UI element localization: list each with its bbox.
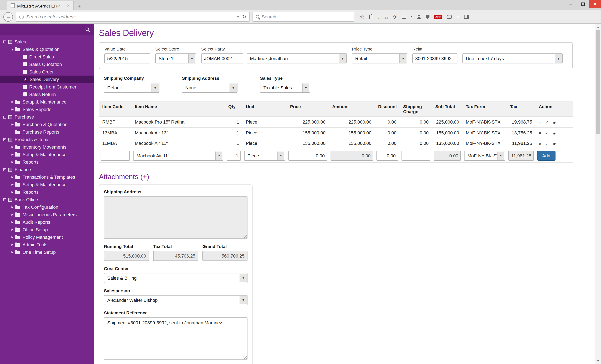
sidebar-item-audit-reports[interactable]: ▶ Audit Reports — [0, 218, 94, 226]
value-date-input[interactable] — [104, 53, 150, 63]
entry-qty-input[interactable] — [227, 151, 241, 161]
scroll-down-icon[interactable]: ▼ — [595, 358, 601, 364]
scrollbar-thumb[interactable] — [596, 30, 600, 134]
sidebar-item-sales-return[interactable]: Sales Return — [0, 91, 94, 98]
entry-item-code-input[interactable] — [100, 151, 130, 161]
tree-expander-icon[interactable] — [3, 40, 6, 43]
expand-arrow-icon[interactable]: ▶ — [10, 183, 15, 186]
expand-arrow-icon[interactable]: ▶ — [10, 243, 15, 246]
chat-icon[interactable] — [447, 15, 452, 19]
sidebar-item-back-office[interactable]: Back Office — [0, 196, 94, 203]
sidebar-item-sales-reports[interactable]: ▶ Sales Reports — [0, 106, 94, 113]
sidebar-item-miscellaneous-parameters[interactable]: ▶ Miscellaneous Parameters — [0, 211, 94, 218]
sales-type-select[interactable]: Taxable Sales ▼ — [260, 83, 310, 93]
sidebar-item-inventory-movements[interactable]: ▶ Inventory Movements — [0, 143, 94, 151]
scroll-up-icon[interactable]: ▲ — [595, 24, 601, 30]
shipping-address-select[interactable]: None ▼ — [182, 83, 238, 93]
menu-icon[interactable]: ≡ — [456, 14, 460, 20]
sidebar-item-receipt-from-customer[interactable]: Receipt from Customer — [0, 83, 94, 91]
tree-expander-icon[interactable] — [3, 115, 6, 118]
sidebar-item-reports-finance[interactable]: ▶ Reports — [0, 188, 94, 196]
remove-row-icon[interactable]: × — [539, 120, 541, 125]
statement-reference-textarea[interactable]: Shipment #3001-20399-3992, sent to Jonat… — [104, 317, 248, 360]
sidebar-item-tax-configuration[interactable]: ▶ Tax Configuration — [0, 203, 94, 211]
sidebar-item-transactions-and-templates[interactable]: ▶ Transactions & Templates — [0, 173, 94, 181]
expand-arrow-icon[interactable]: ▶ — [10, 205, 15, 209]
remove-row-icon[interactable]: × — [539, 142, 541, 146]
sidebar-item-admin-tools[interactable]: ▶ Admin Tools — [0, 241, 94, 248]
cost-center-select[interactable]: Sales & Billing ▼ — [104, 273, 248, 283]
back-button[interactable]: ← — [3, 12, 13, 21]
extension-icon[interactable] — [402, 15, 406, 19]
vertical-scrollbar[interactable]: ▲ ▼ — [595, 24, 601, 364]
sidebar-item-sales[interactable]: Sales — [0, 38, 94, 45]
sidebar-item-purchase[interactable]: Purchase — [0, 113, 94, 121]
check-row-icon[interactable]: ✓ — [545, 131, 549, 135]
address-bar[interactable]: ▼ ↻ — [16, 12, 250, 22]
chevron-down-icon[interactable]: ▾ — [411, 15, 412, 18]
search-bar[interactable] — [252, 12, 354, 22]
sidebar-item-setup-and-maintenance-finance[interactable]: ▶ Setup & Maintenance — [0, 181, 94, 188]
party-code-input[interactable] — [201, 53, 243, 63]
check-row-icon[interactable]: ✓ — [545, 142, 549, 146]
shield-icon[interactable] — [426, 14, 430, 19]
clipboard-icon[interactable] — [369, 14, 373, 19]
entry-tax-form-select[interactable]: MoF-NY-BK-STX ▼ — [464, 151, 505, 161]
expand-arrow-icon[interactable]: ▶ — [10, 108, 15, 111]
sidebar-item-products-and-items[interactable]: Products & Items — [0, 136, 94, 143]
tree-expander-icon[interactable] — [3, 168, 6, 171]
salesperson-select[interactable]: Alexander Walter Bishop ▼ — [104, 295, 248, 305]
check-row-icon[interactable]: ✓ — [545, 120, 549, 125]
due-date-select[interactable]: Due in next 7 days ▼ — [462, 53, 563, 63]
thumbs-up-icon[interactable] — [552, 142, 557, 146]
account-icon[interactable] — [417, 15, 421, 19]
tab-close-icon[interactable]: × — [67, 3, 70, 8]
entry-unit-select[interactable]: Piece ▼ — [244, 151, 285, 161]
sidebar-item-direct-sales[interactable]: Direct Sales — [0, 53, 94, 61]
expand-arrow-icon[interactable]: ▶ — [10, 100, 15, 103]
price-type-select[interactable]: Retail ▼ — [352, 53, 407, 63]
expand-arrow-icon[interactable]: ▶ — [10, 123, 15, 126]
address-dropdown-icon[interactable]: ▼ — [237, 15, 240, 18]
sidebar-item-purchase-reports[interactable]: Purchase Reports — [0, 128, 94, 136]
sidebar-item-reports-products[interactable]: ▶ Reports — [0, 158, 94, 166]
expand-arrow-icon[interactable]: ▶ — [10, 235, 15, 239]
expand-arrow-icon[interactable]: ▶ — [10, 153, 15, 156]
reload-icon[interactable]: ↻ — [242, 14, 246, 20]
add-button[interactable]: Add — [537, 151, 555, 161]
thumbs-up-icon[interactable] — [552, 131, 557, 135]
expand-arrow-icon[interactable]: ▶ — [10, 213, 15, 216]
sidebar-item-sales-delivery[interactable]: ★ Sales Delivery — [0, 76, 94, 83]
expand-arrow-icon[interactable]: ▶ — [10, 228, 15, 231]
sidebar-item-sales-quotation[interactable]: Sales Quotation — [0, 61, 94, 68]
pocket-icon[interactable]: ✈ — [393, 14, 397, 20]
store-select[interactable]: Store 1 ▼ — [155, 53, 196, 63]
expand-arrow-icon[interactable]: ▶ — [10, 251, 15, 254]
party-select[interactable]: Martinez,Jonathan ▼ — [247, 53, 347, 63]
attachments-heading[interactable]: Attachments (+) — [99, 173, 589, 181]
panel-icon[interactable] — [464, 15, 469, 19]
shipping-company-select[interactable]: Default ▼ — [104, 83, 160, 93]
home-icon[interactable]: ⌂ — [385, 14, 388, 20]
sidebar-item-setup-and-maintenance-sales[interactable]: ▶ Setup & Maintenance — [0, 98, 94, 106]
resize-grip-icon[interactable] — [243, 355, 247, 359]
address-input[interactable] — [26, 14, 234, 19]
expand-arrow-icon[interactable]: ▶ — [10, 160, 15, 164]
entry-discount-input[interactable] — [376, 151, 398, 161]
browser-tab[interactable]: MixERP: ASPnet ERP × — [7, 1, 74, 10]
entry-shipping-charge-input[interactable] — [401, 151, 430, 161]
search-input[interactable] — [262, 14, 351, 19]
entry-item-name-select[interactable]: Macbook Air 11" ▼ — [133, 151, 223, 161]
bookmark-star-icon[interactable]: ☆ — [360, 14, 365, 20]
tree-expander-icon[interactable] — [3, 138, 6, 141]
sidebar-search[interactable] — [0, 24, 94, 35]
sidebar-item-setup-and-maintenance-products[interactable]: ▶ Setup & Maintenance — [0, 151, 94, 158]
expand-arrow-icon[interactable]: ▶ — [10, 145, 15, 149]
sidebar-item-sales-and-quotation[interactable]: ▼ Sales & Quotation — [0, 45, 94, 53]
sidebar-item-finance[interactable]: Finance — [0, 166, 94, 173]
sidebar-item-policy-management[interactable]: ▶ Policy Management — [0, 233, 94, 241]
resize-grip-icon[interactable] — [243, 234, 247, 238]
remove-row-icon[interactable]: × — [539, 131, 541, 135]
downloads-icon[interactable]: ↓ — [378, 14, 380, 20]
sidebar-item-purchase-and-quotation[interactable]: ▶ Purchase & Quotation — [0, 121, 94, 128]
